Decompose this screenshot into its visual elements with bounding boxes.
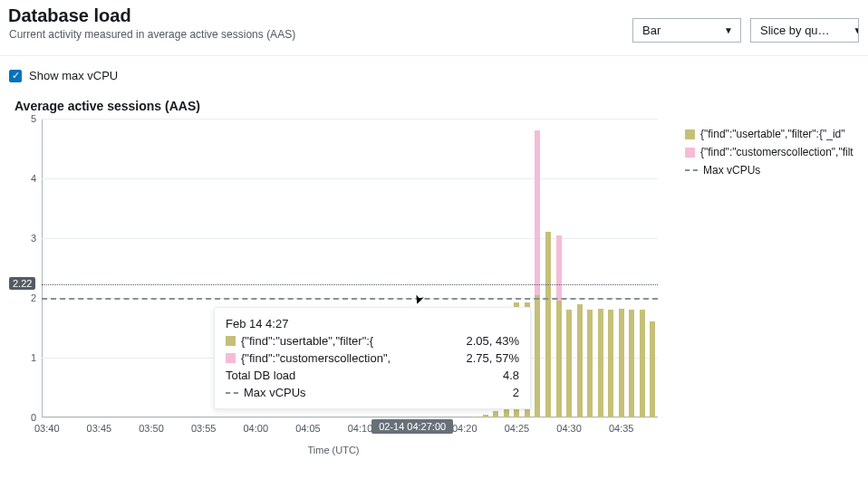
legend-swatch-icon xyxy=(685,129,695,139)
header: Database load Current activity measured … xyxy=(0,0,868,56)
tooltip-series-b-value: 2.75, 57% xyxy=(466,351,519,365)
x-tick-label: 03:40 xyxy=(34,423,60,434)
legend-label: Max vCPUs xyxy=(703,164,760,177)
show-max-vcpu-checkbox[interactable]: ✓ xyxy=(9,70,22,82)
chart-type-value: Bar xyxy=(642,24,661,37)
tooltip-swatch-icon xyxy=(226,353,236,363)
bar-segment-usertable xyxy=(577,304,583,417)
tooltip-series-a-label: {"find":"usertable","filter":{ xyxy=(241,334,373,348)
y-tick-label: 1 xyxy=(9,352,36,363)
chevron-down-icon: ▼ xyxy=(854,25,859,35)
tooltip-time: Feb 14 4:27 xyxy=(226,317,519,330)
x-tick-label: 04:00 xyxy=(244,423,269,434)
bar-segment-usertable xyxy=(619,309,624,417)
highlighted-tick-bubble: 02-14 04:27:00 xyxy=(371,419,453,434)
page-title: Database load xyxy=(8,5,295,26)
max-vcpu-line xyxy=(42,298,658,300)
x-axis-label: Time (UTC) xyxy=(9,445,658,455)
bar-segment-customerscollection xyxy=(556,235,562,302)
tooltip-swatch-icon xyxy=(226,336,236,346)
tooltip-series-a-value: 2.05, 43% xyxy=(466,334,519,348)
x-tick-label: 04:20 xyxy=(452,423,477,434)
x-tick-label: 03:55 xyxy=(191,423,217,434)
bar-segment-customerscollection xyxy=(535,130,540,295)
bar-segment-usertable xyxy=(608,310,613,417)
chart-title: Average active sessions (AAS) xyxy=(9,99,859,119)
avg-badge: 2.22 xyxy=(9,277,35,290)
legend-label: {"find":"customerscollection","filt xyxy=(700,146,854,158)
tooltip: Feb 14 4:27{"find":"usertable","filter":… xyxy=(214,307,531,409)
bar-segment-usertable xyxy=(535,295,540,417)
tooltip-total-value: 4.8 xyxy=(503,369,519,382)
tooltip-maxvcpu-value: 2 xyxy=(513,386,519,399)
x-ticks: 03:4003:4503:5003:5504:0004:0504:1004:15… xyxy=(42,417,658,430)
bar-segment-usertable xyxy=(545,232,551,417)
page-subtitle: Current activity measured in average act… xyxy=(9,28,295,41)
x-tick-label: 03:45 xyxy=(87,423,112,434)
legend-label: {"find":"usertable","filter":{"_id" xyxy=(700,128,845,140)
y-tick-label: 3 xyxy=(9,233,36,244)
x-tick-label: 03:50 xyxy=(139,423,164,434)
chart-block: Average active sessions (AAS) 0123452.22… xyxy=(0,86,868,455)
y-tick-label: 5 xyxy=(9,113,36,124)
legend: {"find":"usertable","filter":{"_id" {"fi… xyxy=(685,119,859,182)
bar-segment-usertable xyxy=(493,411,498,417)
x-tick-label: 04:30 xyxy=(556,423,582,434)
chart-type-select[interactable]: Bar ▼ xyxy=(632,18,741,43)
bar-segment-usertable xyxy=(556,301,562,417)
y-tick-label: 4 xyxy=(9,173,36,184)
plot-outer: 0123452.22➤Feb 14 4:27{"find":"usertable… xyxy=(9,119,658,455)
tooltip-dash-icon xyxy=(226,392,238,394)
options-row: ✓ Show max vCPU xyxy=(0,56,868,86)
bar-segment-usertable xyxy=(598,309,603,417)
slice-by-value: Slice by qu… xyxy=(760,24,830,37)
legend-item[interactable]: Max vCPUs xyxy=(685,164,859,177)
legend-item[interactable]: {"find":"usertable","filter":{"_id" xyxy=(685,128,859,140)
bar-segment-usertable xyxy=(587,310,593,417)
avg-line: 2.22 xyxy=(42,284,658,285)
chevron-down-icon: ▼ xyxy=(724,25,733,35)
x-tick-label: 04:35 xyxy=(609,423,634,434)
plot-area[interactable]: 0123452.22➤Feb 14 4:27{"find":"usertable… xyxy=(42,119,658,417)
y-tick-label: 0 xyxy=(9,412,36,423)
slice-by-select[interactable]: Slice by qu… ▼ xyxy=(750,18,859,43)
bar-segment-usertable xyxy=(640,310,645,417)
tooltip-series-b-label: {"find":"customerscollection", xyxy=(241,351,391,365)
bar-segment-usertable xyxy=(566,310,572,417)
y-tick-label: 2 xyxy=(9,292,36,303)
legend-item[interactable]: {"find":"customerscollection","filt xyxy=(685,146,859,158)
x-tick-label: 04:05 xyxy=(295,423,321,434)
legend-dash-icon xyxy=(685,169,698,171)
legend-swatch-icon xyxy=(685,148,695,158)
chart-body: 0123452.22➤Feb 14 4:27{"find":"usertable… xyxy=(9,119,859,455)
show-max-vcpu-label: Show max vCPU xyxy=(29,69,118,82)
x-tick-label: 04:10 xyxy=(348,423,373,434)
title-area: Database load Current activity measured … xyxy=(9,5,295,41)
tooltip-total-label: Total DB load xyxy=(226,369,295,382)
bar-segment-usertable xyxy=(650,321,655,417)
header-controls: Bar ▼ Slice by qu… ▼ xyxy=(632,5,859,43)
bar-segment-usertable xyxy=(629,310,634,417)
x-tick-label: 04:25 xyxy=(505,423,530,434)
tooltip-maxvcpu-label: Max vCPUs xyxy=(244,386,306,399)
